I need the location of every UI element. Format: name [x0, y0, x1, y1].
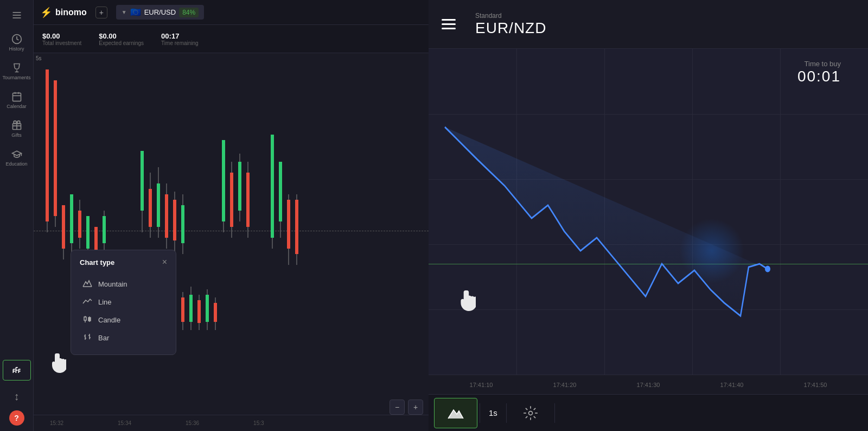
right-pair-name: EUR/NZD: [475, 20, 546, 37]
pair-selector[interactable]: ▼ 🇪🇺 EUR/USD 84%: [116, 5, 204, 20]
svg-point-99: [765, 266, 770, 272]
time-label-0: 15:32: [50, 420, 63, 426]
chart-option-candle-label: Candle: [98, 316, 120, 324]
chevron-down-icon: ▼: [122, 9, 127, 15]
svg-rect-37: [149, 189, 152, 227]
right-time-label-3: 17:41:40: [690, 382, 774, 388]
svg-rect-39: [157, 183, 160, 227]
pair-text: EUR/USD: [144, 8, 176, 16]
pct-badge: 84%: [179, 8, 199, 17]
right-chart: Time to buy 00:01: [429, 49, 868, 375]
toolbar-separator-2: [506, 403, 507, 423]
popup-header: Chart type ×: [80, 258, 167, 267]
right-pair-info: Standard EUR/NZD: [475, 12, 546, 37]
svg-rect-19: [46, 69, 49, 221]
time-label-1: 15:34: [118, 420, 131, 426]
chart-option-mountain-label: Mountain: [98, 280, 127, 288]
sidebar-item-history[interactable]: History: [3, 29, 31, 56]
left-panel: History Tournaments Calendar Gifts: [0, 0, 429, 431]
sidebar-item-gifts[interactable]: Gifts: [3, 116, 31, 142]
timeframe-button[interactable]: 1s: [482, 406, 504, 420]
right-hamburger-button[interactable]: [442, 19, 456, 29]
svg-rect-21: [54, 80, 57, 216]
right-panel: Standard EUR/NZD Time to buy 00:01: [429, 0, 868, 431]
sidebar-item-calendar[interactable]: Calendar: [3, 87, 31, 113]
logo: ⚡ binomo: [40, 7, 87, 18]
sidebar-bottom: ↕ ?: [3, 360, 31, 431]
zoom-in-button[interactable]: +: [408, 400, 423, 415]
zoom-out-button[interactable]: −: [390, 400, 405, 415]
expected-earnings-value: $0.00: [99, 32, 144, 40]
line-icon: [82, 297, 93, 307]
logo-text: binomo: [55, 8, 87, 17]
help-button[interactable]: ?: [9, 410, 24, 426]
time-axis: 15:32 15:34 15:36 15:3: [34, 415, 429, 431]
svg-rect-45: [181, 205, 184, 243]
svg-rect-43: [173, 200, 176, 240]
svg-rect-85: [214, 303, 217, 322]
right-cursor-icon: [458, 290, 476, 315]
sidebar-label-gifts: Gifts: [11, 132, 22, 138]
svg-rect-83: [206, 295, 209, 322]
sidebar: History Tournaments Calendar Gifts: [0, 0, 34, 431]
svg-line-108: [534, 408, 535, 409]
hamburger-line-2: [442, 23, 456, 25]
popup-title: Chart type: [80, 258, 114, 267]
svg-rect-59: [287, 200, 290, 249]
svg-rect-55: [271, 135, 274, 238]
chart-option-line-label: Line: [98, 298, 112, 306]
svg-line-107: [534, 416, 535, 417]
mountain-icon: [82, 280, 93, 289]
flag-eur: 🇪🇺: [130, 7, 141, 17]
tools-button[interactable]: [509, 398, 552, 428]
right-pair-label: Standard: [475, 12, 546, 20]
svg-rect-23: [62, 205, 65, 249]
chart-canvas: 5s: [34, 53, 429, 431]
svg-rect-51: [238, 162, 241, 211]
time-remaining-label: Time remaining: [161, 40, 199, 46]
chart-option-mountain[interactable]: Mountain: [80, 275, 167, 293]
svg-rect-29: [86, 216, 90, 249]
toolbar-separator-3: [554, 403, 555, 423]
sidebar-item-tournaments[interactable]: Tournaments: [3, 58, 31, 85]
svg-point-101: [528, 411, 532, 415]
cursor-hand-icon: [50, 353, 66, 377]
svg-rect-27: [78, 211, 81, 238]
add-tab-button[interactable]: +: [95, 7, 107, 18]
sidebar-label-history: History: [9, 46, 24, 52]
chart-option-bar-label: Bar: [98, 334, 109, 342]
right-time-axis: 17:41:10 17:41:20 17:41:30 17:41:40 17:4…: [429, 375, 868, 394]
svg-rect-25: [70, 194, 73, 243]
hamburger-line-1: [442, 19, 456, 21]
sidebar-item-cursor[interactable]: ↕: [3, 386, 31, 407]
chart-type-mountain-button[interactable]: [434, 398, 477, 428]
logo-icon: ⚡: [40, 7, 52, 18]
right-time-label-0: 17:41:10: [439, 382, 523, 388]
chart-option-bar[interactable]: Bar: [80, 329, 167, 347]
candlestick-chart: [34, 53, 429, 415]
hamburger-line-3: [442, 28, 456, 29]
right-time-label-2: 17:41:30: [607, 382, 690, 388]
chart-type-popup: Chart type × Mountain: [71, 250, 176, 355]
right-time-label-4: 17:41:50: [774, 382, 857, 388]
right-time-label-1: 17:41:20: [523, 382, 607, 388]
sidebar-label-tournaments: Tournaments: [2, 75, 30, 80]
chart-type-button[interactable]: [3, 360, 31, 381]
svg-rect-47: [222, 140, 225, 221]
sidebar-label-calendar: Calendar: [7, 104, 27, 109]
svg-rect-49: [230, 173, 233, 227]
right-bottom-toolbar: 1s: [429, 394, 868, 431]
svg-rect-61: [295, 200, 298, 254]
stat-expected-earnings: $0.00 Expected earnings: [99, 32, 144, 46]
svg-rect-88: [84, 317, 86, 320]
chart-option-candle[interactable]: Candle: [80, 311, 167, 329]
chart-zoom-toolbar: − +: [390, 400, 423, 415]
sidebar-hamburger[interactable]: [3, 5, 31, 25]
svg-rect-4: [12, 93, 21, 101]
chart-option-line[interactable]: Line: [80, 293, 167, 311]
stat-time-remaining: 00:17 Time remaining: [161, 32, 199, 46]
sidebar-label-education: Education: [5, 161, 27, 167]
popup-close-button[interactable]: ×: [162, 258, 167, 267]
sidebar-item-education[interactable]: Education: [3, 144, 31, 171]
top-bar: ⚡ binomo + ▼ 🇪🇺 EUR/USD 84%: [34, 0, 429, 25]
